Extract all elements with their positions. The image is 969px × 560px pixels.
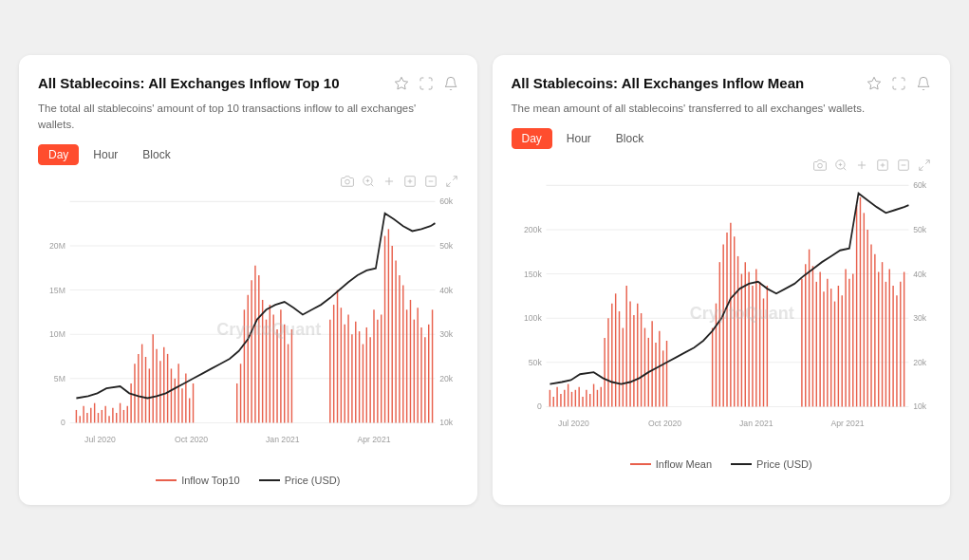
camera-icon-2[interactable] xyxy=(813,159,827,172)
card1-desc: The total all stablecoins' amount of top… xyxy=(38,101,437,134)
star-icon-2[interactable] xyxy=(867,76,882,91)
legend-line-black-1 xyxy=(259,479,280,481)
card1-toolbar xyxy=(38,175,458,188)
bell-icon-2[interactable] xyxy=(916,76,931,91)
legend-line-black-2 xyxy=(731,463,752,465)
card-inflow-top10: All Stablecoins: All Exchanges Inflow To… xyxy=(19,55,477,505)
card2-title: All Stablecoins: All Exchanges Inflow Me… xyxy=(512,74,805,93)
card1-header: All Stablecoins: All Exchanges Inflow To… xyxy=(38,74,458,93)
svg-text:100k: 100k xyxy=(523,313,541,323)
tab-block-1[interactable]: Block xyxy=(132,144,180,165)
svg-line-12 xyxy=(453,177,457,180)
star-icon[interactable] xyxy=(394,76,409,91)
card-inflow-mean: All Stablecoins: All Exchanges Inflow Me… xyxy=(493,55,951,505)
legend-label-price-1: Price (USD) xyxy=(285,475,341,486)
svg-text:0: 0 xyxy=(536,401,541,411)
svg-text:20k: 20k xyxy=(439,374,453,383)
svg-text:60k: 60k xyxy=(913,180,926,190)
svg-text:Oct 2020: Oct 2020 xyxy=(648,419,681,428)
svg-text:10k: 10k xyxy=(439,418,453,427)
svg-text:60k: 60k xyxy=(439,196,453,206)
legend-item-inflow-mean: Inflow Mean xyxy=(630,458,712,470)
card2-icons xyxy=(867,76,931,91)
svg-text:5M: 5M xyxy=(54,374,65,383)
expand-icon-1[interactable] xyxy=(445,175,458,188)
svg-text:Jan 2021: Jan 2021 xyxy=(266,435,300,444)
card1-legend: Inflow Top10 Price (USD) xyxy=(38,475,458,486)
svg-text:10k: 10k xyxy=(913,401,926,411)
svg-text:200k: 200k xyxy=(523,225,541,234)
svg-text:30k: 30k xyxy=(439,329,453,339)
tab-hour-2[interactable]: Hour xyxy=(556,128,602,149)
tab-day-2[interactable]: Day xyxy=(512,128,552,149)
svg-text:Jan 2021: Jan 2021 xyxy=(739,419,773,428)
svg-point-0 xyxy=(345,179,349,184)
svg-text:50k: 50k xyxy=(913,225,926,234)
svg-text:15M: 15M xyxy=(49,285,65,294)
svg-text:10M: 10M xyxy=(49,329,65,339)
minus-icon-1[interactable] xyxy=(424,175,438,188)
legend-label-inflow-mean: Inflow Mean xyxy=(656,458,712,470)
dashboard: All Stablecoins: All Exchanges Inflow To… xyxy=(19,55,950,505)
bell-icon[interactable] xyxy=(443,76,458,91)
zoom-icon-1[interactable] xyxy=(362,175,375,188)
fullscreen-icon-2[interactable] xyxy=(891,76,906,91)
plus-icon-1[interactable] xyxy=(382,175,396,188)
fullscreen-icon[interactable] xyxy=(419,76,434,91)
svg-text:Apr 2021: Apr 2021 xyxy=(357,435,390,444)
card2-tabs: Day Hour Block xyxy=(512,128,932,149)
tab-day-1[interactable]: Day xyxy=(38,144,79,165)
svg-text:50k: 50k xyxy=(528,357,541,366)
expand-icon-2[interactable] xyxy=(918,159,931,172)
minus-icon-2[interactable] xyxy=(897,159,910,172)
card2-chart: 0 50k 100k 150k 200k 10k 20k 30k 40k 50k… xyxy=(512,176,932,451)
add-icon-2[interactable] xyxy=(876,159,889,172)
svg-text:40k: 40k xyxy=(913,269,926,278)
card2-header: All Stablecoins: All Exchanges Inflow Me… xyxy=(512,74,932,93)
svg-line-126 xyxy=(920,166,923,170)
svg-text:20M: 20M xyxy=(49,241,65,251)
svg-text:0: 0 xyxy=(61,418,65,427)
legend-item-price-1: Price (USD) xyxy=(259,475,341,486)
svg-text:30k: 30k xyxy=(913,313,926,323)
svg-point-113 xyxy=(818,163,823,168)
svg-text:150k: 150k xyxy=(523,269,541,278)
svg-text:50k: 50k xyxy=(439,241,453,251)
card1-tabs: Day Hour Block xyxy=(38,144,458,165)
card2-toolbar xyxy=(512,159,932,172)
svg-text:20k: 20k xyxy=(913,357,926,366)
svg-text:Apr 2021: Apr 2021 xyxy=(830,419,864,428)
svg-line-2 xyxy=(370,184,373,187)
tab-block-2[interactable]: Block xyxy=(606,128,654,149)
svg-text:40k: 40k xyxy=(439,285,453,294)
legend-item-inflow-top10: Inflow Top10 xyxy=(156,475,240,486)
svg-line-13 xyxy=(446,182,450,186)
svg-text:Jul 2020: Jul 2020 xyxy=(84,435,116,444)
svg-line-115 xyxy=(844,167,847,170)
legend-label-inflow-top10: Inflow Top10 xyxy=(181,475,240,486)
legend-line-red-2 xyxy=(630,463,651,465)
svg-text:Oct 2020: Oct 2020 xyxy=(175,435,208,444)
card1-icons xyxy=(394,76,458,91)
svg-text:Jul 2020: Jul 2020 xyxy=(558,419,589,428)
card2-legend: Inflow Mean Price (USD) xyxy=(512,458,932,470)
tab-hour-1[interactable]: Hour xyxy=(83,144,128,165)
card1-title: All Stablecoins: All Exchanges Inflow To… xyxy=(38,74,340,93)
card2-desc: The mean amount of all stablecoins' tran… xyxy=(512,101,910,117)
legend-line-red-1 xyxy=(156,479,177,481)
legend-item-price-2: Price (USD) xyxy=(731,458,812,470)
zoom-icon-2[interactable] xyxy=(834,159,848,172)
legend-label-price-2: Price (USD) xyxy=(756,458,812,470)
card1-chart: 0 5M 10M 15M 20M 10k 20k 30k 40k 50k 60k… xyxy=(38,192,458,467)
add-icon-1[interactable] xyxy=(403,175,417,188)
camera-icon-1[interactable] xyxy=(341,175,354,188)
plus-icon-2[interactable] xyxy=(855,159,868,172)
svg-line-125 xyxy=(925,160,929,164)
